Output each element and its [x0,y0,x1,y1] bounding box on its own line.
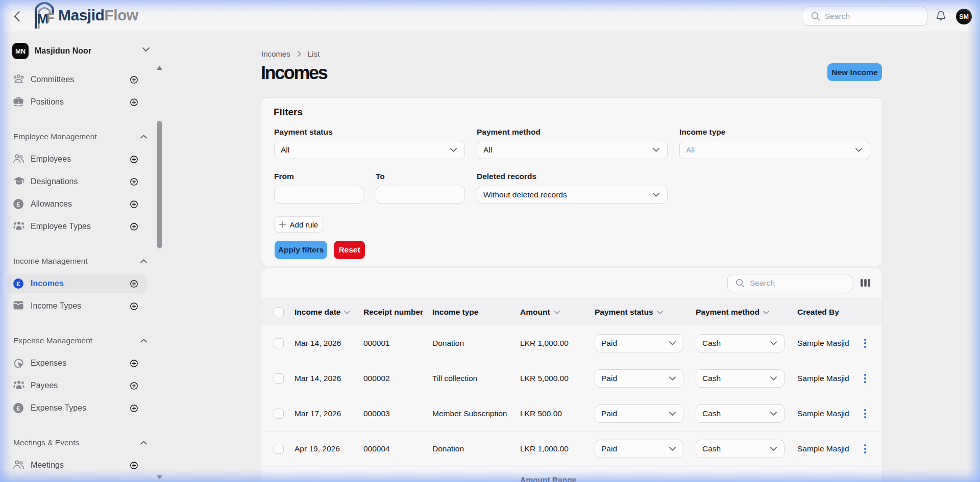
svg-text:£: £ [16,404,20,412]
svg-text:F: F [46,10,55,26]
svg-text:£: £ [16,280,20,288]
svg-text:£: £ [16,200,20,208]
